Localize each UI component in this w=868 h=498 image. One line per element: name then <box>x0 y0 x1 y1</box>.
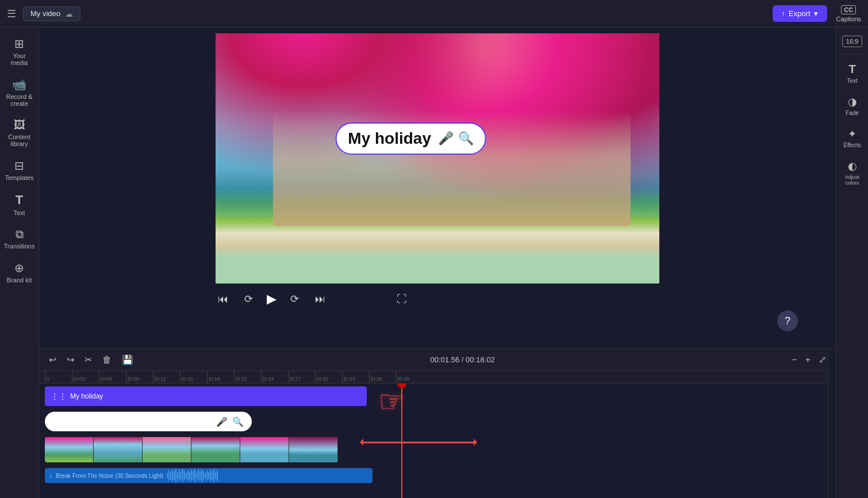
ruler-mark-12: |0:12 <box>153 371 180 383</box>
sidebar-label-brand-kit: Brand kit <box>7 277 32 284</box>
ruler-mark-9: |0:09 <box>126 371 153 383</box>
time-separator: / <box>462 355 466 364</box>
main-area: ⊞ Your media 📹 Record &create 🖼 Contentl… <box>0 28 868 498</box>
video-preview: My holiday 🎤 🔍 <box>216 33 659 284</box>
title-clip[interactable]: ⋮⋮ My holiday <box>45 386 367 406</box>
save-button[interactable]: 💾 <box>119 353 136 367</box>
sidebar-label-record: Record &create <box>6 93 33 107</box>
zoom-out-button[interactable]: − <box>789 353 800 367</box>
export-button[interactable]: ↑ Export ▾ <box>773 5 827 22</box>
ruler-marks: 0 |0:03 |0:06 |0:09 |0:12 |0:15 |0:18 |0… <box>39 371 836 383</box>
brand-kit-icon: ⊕ <box>14 261 24 275</box>
subtitle-clip[interactable]: 🎤 🔍 <box>45 412 252 431</box>
canvas-inner: My holiday 🎤 🔍 ⏮ ⟳ ▶ ⟳ ⏭ <box>39 28 836 348</box>
delete-button[interactable]: 🗑 <box>99 353 114 367</box>
overlay-title-text: My holiday <box>348 129 431 148</box>
right-text-label: Text <box>847 78 857 84</box>
sidebar-item-record-create[interactable]: 📹 Record &create <box>2 73 37 112</box>
fullscreen-button[interactable]: ⛶ <box>397 293 407 305</box>
right-item-text[interactable]: T Text <box>839 58 866 89</box>
right-adjust-label: Adjustcolors <box>845 174 859 186</box>
sidebar-label-templates: Templates <box>5 174 33 181</box>
zoom-controls: − + ⤢ <box>789 353 829 367</box>
cloud-save-icon: ☁ <box>65 9 73 18</box>
timeline-scrollbar[interactable] <box>828 349 836 498</box>
sidebar-item-transitions[interactable]: ⧉ Transitions <box>2 223 37 254</box>
ruler-mark-33: |0:33 <box>342 371 369 383</box>
export-arrow-icon: ↑ <box>782 9 786 18</box>
sidebar-label-content-library: Contentlibrary <box>8 133 30 147</box>
right-item-adjust-colors[interactable]: ◐ Adjustcolors <box>839 155 866 190</box>
sidebar-label-your-media: Your media <box>5 52 34 66</box>
title-clip-label: My holiday <box>70 392 103 400</box>
sidebar-item-templates[interactable]: ⊟ Templates <box>2 154 37 186</box>
captions-button[interactable]: CC Captions <box>836 5 861 22</box>
title-track: ⋮⋮ My holiday <box>39 384 836 409</box>
zoom-in-button[interactable]: + <box>802 353 813 367</box>
right-item-effects[interactable]: ✦ Effects <box>839 123 866 153</box>
sidebar-item-text[interactable]: T Text <box>2 188 37 221</box>
skip-forward-button[interactable]: ⏭ <box>313 291 328 308</box>
ruler-mark-39: |0:39 <box>396 371 423 383</box>
subtitle-mic-icon: 🎤 <box>216 416 228 427</box>
left-sidebar: ⊞ Your media 📹 Record &create 🖼 Contentl… <box>0 28 39 498</box>
timeline-area: ↩ ↪ ✂ 🗑 💾 00:01.56 / 00:18.02 − + ⤢ <box>39 348 836 498</box>
right-item-fade[interactable]: ◑ Fade <box>839 91 866 121</box>
thumb-frame-1 <box>45 437 94 462</box>
menu-icon[interactable]: ☰ <box>7 7 16 20</box>
aspect-ratio-selector[interactable]: 16:9 <box>842 36 862 47</box>
subtitle-track: 🎤 🔍 <box>39 409 836 434</box>
right-fade-label: Fade <box>846 110 859 116</box>
video-container[interactable]: My holiday 🎤 🔍 ⏮ ⟳ ▶ ⟳ ⏭ <box>216 33 659 284</box>
ruler-mark-24: |0:24 <box>261 371 288 383</box>
forward-button[interactable]: ⟳ <box>288 290 301 308</box>
undo-button[interactable]: ↩ <box>46 353 59 367</box>
help-button[interactable]: ? <box>777 311 798 331</box>
thumbnail-track <box>39 434 836 465</box>
text-overlay[interactable]: My holiday 🎤 🔍 <box>335 122 486 155</box>
right-sidebar-divider <box>841 54 864 55</box>
text-icon: T <box>16 193 23 208</box>
canvas-wrapper: My holiday 🎤 🔍 ⏮ ⟳ ▶ ⟳ ⏭ <box>39 28 836 498</box>
thumb-frame-6 <box>289 437 338 462</box>
transitions-icon: ⧉ <box>16 228 24 241</box>
ruler-mark-3: |0:03 <box>72 371 99 383</box>
right-text-icon: T <box>848 63 855 76</box>
ruler-mark-30: |0:30 <box>315 371 342 383</box>
track-handle-icon: ⋮⋮ <box>51 392 67 401</box>
thumb-frame-4 <box>191 437 240 462</box>
current-tab[interactable]: My video ☁ <box>23 6 80 21</box>
captions-label: Captions <box>836 16 861 22</box>
skip-back-button[interactable]: ⏮ <box>216 291 231 308</box>
audio-waveform <box>167 468 368 483</box>
ruler-mark-36: |0:36 <box>369 371 396 383</box>
ruler-mark-15: |0:15 <box>180 371 207 383</box>
thumbnail-strip[interactable] <box>45 437 370 462</box>
ruler-mark-0: 0 <box>45 371 72 383</box>
cut-button[interactable]: ✂ <box>82 353 95 367</box>
topbar: ☰ My video ☁ ↑ Export ▾ CC Captions <box>0 0 868 28</box>
your-media-icon: ⊞ <box>14 37 24 51</box>
rewind-button[interactable]: ⟳ <box>242 290 255 308</box>
music-note-icon: ♪ <box>49 473 52 479</box>
sidebar-item-your-media[interactable]: ⊞ Your media <box>2 32 37 71</box>
right-adjust-icon: ◐ <box>848 160 857 173</box>
audio-clip[interactable]: ♪ Break From The Noise (30 Seconds Light… <box>45 468 372 483</box>
sidebar-item-brand-kit[interactable]: ⊕ Brand kit <box>2 256 37 288</box>
right-fade-icon: ◑ <box>848 95 857 108</box>
playhead[interactable] <box>401 384 402 498</box>
cc-box: CC <box>841 5 856 14</box>
ruler-mark-27: |0:27 <box>288 371 315 383</box>
templates-icon: ⊟ <box>14 159 24 173</box>
expand-timeline-button[interactable]: ⤢ <box>816 353 829 367</box>
export-label: Export <box>789 9 811 18</box>
right-effects-label: Effects <box>843 142 861 148</box>
play-button[interactable]: ▶ <box>267 292 276 307</box>
redo-button[interactable]: ↪ <box>64 353 77 367</box>
sidebar-label-text: Text <box>13 209 25 216</box>
sidebar-item-content-library[interactable]: 🖼 Contentlibrary <box>2 114 37 152</box>
playback-controls: ⏮ ⟳ ▶ ⟳ ⏭ ⛶ <box>216 290 659 308</box>
record-icon: 📹 <box>12 78 26 91</box>
right-sidebar: 16:9 T Text ◑ Fade ✦ Effects ◐ Adjustcol… <box>836 28 868 498</box>
audio-track: ♪ Break From The Noise (30 Seconds Light… <box>39 465 836 486</box>
